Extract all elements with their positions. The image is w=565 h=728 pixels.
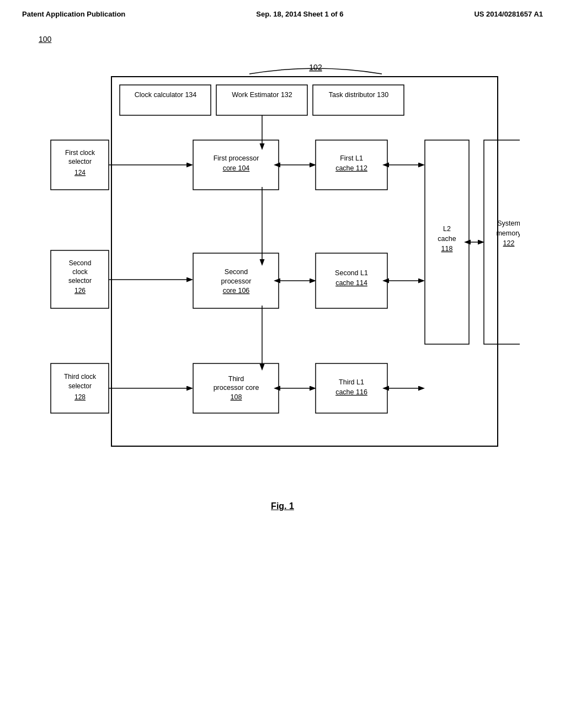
work-estimator-box xyxy=(216,85,307,115)
header-left: Patent Application Publication xyxy=(22,10,125,18)
third-core-line3: 108 xyxy=(231,393,242,401)
header-center: Sep. 18, 2014 Sheet 1 of 6 xyxy=(256,10,343,18)
second-cache-line2: cache 114 xyxy=(335,279,367,287)
ref-102-label: 102 xyxy=(309,63,322,72)
first-core-line1: First processor xyxy=(214,154,259,162)
outer-boundary xyxy=(111,77,498,446)
first-cache-line1: First L1 xyxy=(340,154,363,162)
third-core-line1: Third xyxy=(228,375,244,383)
task-distributor-text: Task distributor 130 xyxy=(329,91,388,99)
second-core-line3: core 106 xyxy=(223,287,250,295)
task-distributor-box xyxy=(313,85,404,115)
page-header: Patent Application Publication Sep. 18, … xyxy=(0,0,565,24)
first-cache-line2: cache 112 xyxy=(335,164,367,172)
second-cache-line1: Second L1 xyxy=(335,269,368,277)
first-clock-selector-line2: selector xyxy=(68,158,92,165)
second-clock-selector-line3: selector xyxy=(68,277,92,285)
work-estimator-text: Work Estimator 132 xyxy=(232,91,292,99)
l2-cache-line2: cache xyxy=(438,235,456,243)
system-memory-line1: System xyxy=(497,220,520,227)
second-core-line1: Second xyxy=(225,268,248,276)
third-clock-selector-line2: selector xyxy=(68,382,92,390)
second-clock-selector-line1: Second xyxy=(69,259,92,267)
header-right: US 2014/0281657 A1 xyxy=(474,10,543,18)
diagram-area: 100 102 Clock calculator 134 Work Estima… xyxy=(0,24,565,522)
third-clock-selector-line1: Third clock xyxy=(64,373,97,381)
first-clock-selector-line3: 124 xyxy=(74,169,86,176)
second-core-line2: processor xyxy=(221,277,252,285)
second-clock-selector-line2: clock xyxy=(72,268,88,276)
clock-calculator-box xyxy=(120,85,211,115)
l2-cache-line3: 118 xyxy=(441,245,453,253)
figure-label: Fig. 1 xyxy=(33,501,532,511)
system-memory-line2: memory xyxy=(496,229,520,237)
first-core-line2: core 104 xyxy=(223,164,250,172)
second-clock-selector-line4: 126 xyxy=(74,287,86,295)
ref-100-label: 100 xyxy=(39,35,532,44)
third-core-line2: processor core xyxy=(214,384,259,392)
main-diagram: 102 Clock calculator 134 Work Estimator … xyxy=(45,55,520,468)
third-cache-line2: cache 116 xyxy=(335,388,367,396)
third-clock-selector-line3: 128 xyxy=(74,393,86,401)
third-cache-line1: Third L1 xyxy=(339,378,364,386)
system-memory-line3: 122 xyxy=(503,239,515,247)
clock-calculator-text: Clock calculator 134 xyxy=(135,91,197,99)
l2-cache-line1: L2 xyxy=(443,225,451,233)
first-clock-selector-line1: First clock xyxy=(65,149,95,157)
